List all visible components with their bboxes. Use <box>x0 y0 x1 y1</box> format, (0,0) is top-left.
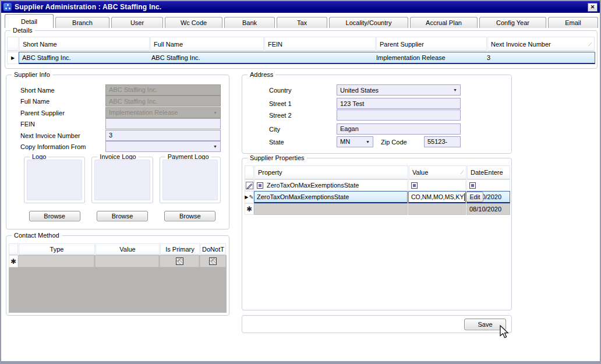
is-primary-checkbox-icon[interactable] <box>176 257 183 265</box>
props-col-date-entered[interactable]: DateEntere <box>467 165 510 179</box>
details-grid: Short Name Full Name FEIN Parent Supplie… <box>7 37 595 64</box>
app-window: Supplier Administration : ABC Staffing I… <box>0 0 601 364</box>
contact-new-row[interactable]: ✱ <box>9 255 227 267</box>
row-arrow-icon: ▶ <box>245 195 248 200</box>
filter-date-cell[interactable] <box>466 179 510 191</box>
address-row-city: City Eagan <box>269 123 461 135</box>
sort-indicator-icon: ∕ <box>589 41 592 47</box>
state-dropdown[interactable]: MN ▼ <box>337 136 373 147</box>
city-field[interactable]: Eagan <box>337 123 461 135</box>
tab-bank[interactable]: Bank <box>224 17 275 28</box>
tab-locality-country[interactable]: Locality/Country <box>329 17 408 28</box>
parent-supplier-value: Implementation Release <box>109 109 178 116</box>
details-cell-short-name[interactable]: ABC Staffing Inc. <box>19 52 149 63</box>
street1-label: Street 1 <box>269 100 337 107</box>
details-cell-fein[interactable] <box>262 52 373 63</box>
props-property-cell[interactable]: ZeroTaxOnMaxExemptionsState <box>254 191 408 203</box>
props-corner-cell <box>245 165 254 179</box>
details-row[interactable]: ▶ ABC Staffing Inc. ABC Staffing Inc. Im… <box>7 52 595 64</box>
indeterminate-checkbox-icon[interactable] <box>411 182 418 189</box>
props-new-date-cell[interactable]: 08/10/2020 <box>466 203 510 215</box>
next-invoice-number-field[interactable]: 3 <box>105 130 221 141</box>
copy-information-from-dropdown[interactable]: ▼ <box>105 141 221 152</box>
details-col-next-invoice-number[interactable]: Next Invoice Number ∕ <box>487 37 595 51</box>
logo-browse-button[interactable]: Browse <box>29 211 80 221</box>
address-row-street1: Street 1 123 Test <box>269 98 461 109</box>
logo-preview <box>27 160 82 200</box>
tab-branch[interactable]: Branch <box>55 17 109 28</box>
contact-method-group: Contact Method Type Value Is Primary DoN… <box>6 235 229 316</box>
tab-detail[interactable]: Detail <box>5 14 54 28</box>
props-data-row[interactable]: ▶ ✎ ZeroTaxOnMaxExemptionsState CO,NM,MO… <box>245 191 511 203</box>
payment-logo-preview <box>162 160 218 200</box>
details-col-short-name[interactable]: Short Name <box>19 37 150 51</box>
contact-method-header: Type Value Is Primary DoNotT <box>9 243 227 255</box>
supplier-properties-header: Property Value ∕ DateEntere <box>245 165 511 179</box>
tab-config-year[interactable]: Config Year <box>479 17 546 28</box>
title-bar: Supplier Administration : ABC Staffing I… <box>1 1 600 13</box>
country-dropdown[interactable]: United States ▼ <box>337 84 461 96</box>
props-filter-row[interactable]: ZeroTaxOnMaxExemptionsState <box>245 179 511 191</box>
chevron-down-icon: ▼ <box>213 144 217 149</box>
logo-column: Logo Browse <box>24 157 85 221</box>
invoice-logo-groupbox: Invoice Logo <box>91 157 153 203</box>
filter-property-cell[interactable]: ZeroTaxOnMaxExemptionsState <box>254 179 408 191</box>
zip-code-field[interactable]: 55123- <box>424 136 461 147</box>
save-panel: Save <box>242 315 512 333</box>
country-value: United States <box>340 87 379 94</box>
tab-strip: Detail Branch User Wc Code Bank Tax Loca… <box>1 14 600 28</box>
contact-col-value[interactable]: Value <box>96 243 160 255</box>
indeterminate-checkbox-icon[interactable] <box>469 182 476 189</box>
details-corner-cell <box>7 37 19 51</box>
full-name-field: ABC Staffing Inc. <box>105 96 221 107</box>
invoice-logo-browse-button[interactable]: Browse <box>97 211 148 221</box>
mouse-cursor-icon <box>499 325 510 340</box>
tab-email[interactable]: Email <box>548 17 598 28</box>
details-cell-next-invoice-number[interactable]: 3 <box>484 52 595 63</box>
fein-field[interactable] <box>105 118 221 129</box>
indeterminate-checkbox-icon[interactable] <box>257 182 263 189</box>
details-cell-full-name[interactable]: ABC Staffing Inc. <box>149 52 262 63</box>
details-cell-parent-supplier[interactable]: Implementation Release <box>373 52 484 63</box>
next-invoice-number-label: Next Invoice Number <box>13 132 105 139</box>
props-new-property-cell[interactable] <box>254 203 408 215</box>
address-row-country: Country United States ▼ <box>269 84 461 96</box>
contact-new-row-selector: ✱ <box>9 255 18 267</box>
contact-new-value-cell[interactable] <box>95 255 159 267</box>
zip-code-label: Zip Code <box>381 139 424 146</box>
details-col-full-name[interactable]: Full Name <box>150 37 264 51</box>
do-not-t-checkbox-icon[interactable] <box>209 257 217 265</box>
supplier-properties-group: Supplier Properties Property Value ∕ Dat… <box>242 158 512 310</box>
state-value: MN <box>340 138 350 145</box>
props-new-row[interactable]: ✱ 08/10/2020 <box>245 203 511 215</box>
props-col-property[interactable]: Property <box>254 165 408 179</box>
contact-corner-cell <box>9 243 18 255</box>
address-legend: Address <box>248 71 275 79</box>
tab-user[interactable]: User <box>111 17 163 28</box>
contact-col-do-not-t[interactable]: DoNotT <box>200 243 226 255</box>
city-label: City <box>269 126 337 133</box>
details-row-selector[interactable]: ▶ <box>7 52 19 64</box>
street2-field[interactable] <box>337 109 461 121</box>
new-row-asterisk-icon: ✱ <box>246 206 252 213</box>
street1-field[interactable]: 123 Test <box>337 98 461 109</box>
filter-value-cell[interactable] <box>408 179 466 191</box>
filter-pencil-icon <box>246 182 253 189</box>
contact-col-is-primary[interactable]: Is Primary <box>160 243 200 255</box>
contact-new-type-cell[interactable] <box>18 255 94 267</box>
props-value-cell[interactable]: CO,NM,MO,MS,KY Edit <box>408 191 466 203</box>
tab-wc-code[interactable]: Wc Code <box>165 17 222 28</box>
tab-accrual-plan[interactable]: Accrual Plan <box>410 17 478 28</box>
address-fields: Country United States ▼ Street 1 123 Tes… <box>269 84 461 147</box>
tab-tax[interactable]: Tax <box>277 17 327 28</box>
details-col-fein[interactable]: FEIN <box>264 37 376 51</box>
field-row-fein: FEIN <box>13 119 221 130</box>
props-col-value[interactable]: Value ∕ <box>409 165 466 179</box>
props-col-value-label: Value <box>412 169 428 176</box>
edit-button[interactable]: Edit <box>466 192 483 202</box>
contact-col-type[interactable]: Type <box>19 243 95 255</box>
close-icon[interactable]: ✕ <box>588 3 598 12</box>
props-new-value-cell[interactable] <box>408 203 466 215</box>
payment-logo-browse-button[interactable]: Browse <box>164 211 215 221</box>
details-col-parent-supplier[interactable]: Parent Supplier <box>376 37 487 51</box>
